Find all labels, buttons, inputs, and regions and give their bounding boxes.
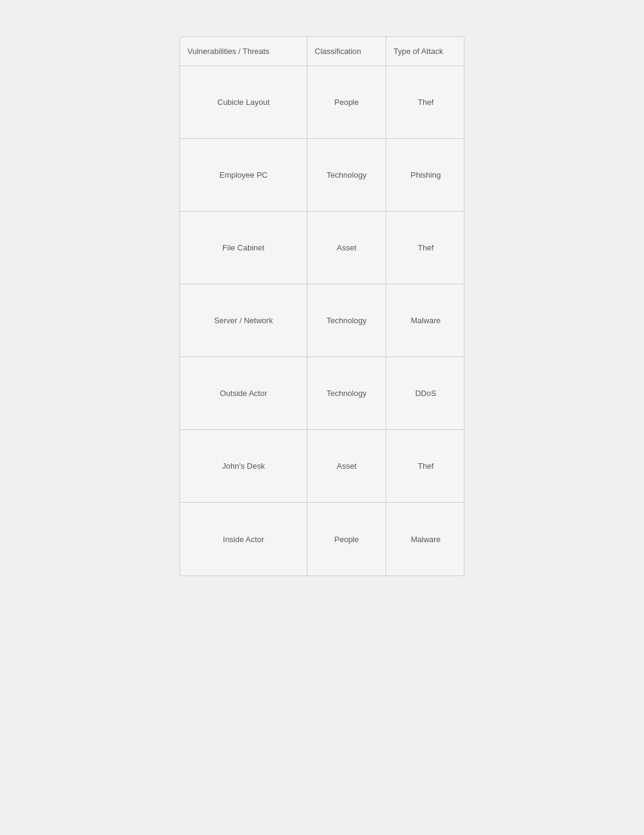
classification-cell: Technology [307, 284, 386, 357]
vulnerability-cell: John's Desk [180, 430, 307, 502]
attack-type-cell: Thef [386, 66, 465, 138]
attack-type-cell: Thef [386, 212, 465, 284]
table-row: File CabinetAssetThef [180, 212, 464, 284]
vulnerability-cell: Employee PC [180, 139, 307, 211]
vulnerability-cell: Outside Actor [180, 357, 307, 429]
vulnerability-cell: File Cabinet [180, 212, 307, 284]
attack-type-cell: Phishing [386, 139, 465, 211]
attack-type-cell: Malware [386, 284, 465, 357]
vulnerability-cell: Inside Actor [180, 503, 307, 575]
vulnerabilities-table: Vulnerabilities / Threats Classification… [179, 36, 465, 576]
header-classification: Classification [307, 37, 386, 65]
attack-type-cell: DDoS [386, 357, 465, 429]
classification-cell: Asset [307, 212, 386, 284]
table-row: Cubicle LayoutPeopleThef [180, 66, 464, 139]
vulnerability-cell: Cubicle Layout [180, 66, 307, 138]
classification-cell: Technology [307, 139, 386, 211]
table-row: Inside ActorPeopleMalware [180, 503, 464, 575]
header-vulnerabilities: Vulnerabilities / Threats [180, 37, 307, 65]
table-row: Outside ActorTechnologyDDoS [180, 357, 464, 430]
vulnerability-cell: Server / Network [180, 284, 307, 357]
table-header: Vulnerabilities / Threats Classification… [180, 37, 464, 66]
classification-cell: People [307, 66, 386, 138]
table-row: Server / NetworkTechnologyMalware [180, 284, 464, 357]
table-row: John's DeskAssetThef [180, 430, 464, 503]
table-row: Employee PCTechnologyPhishing [180, 139, 464, 212]
table-body: Cubicle LayoutPeopleThefEmployee PCTechn… [180, 66, 464, 575]
header-attack-type: Type of Attack [386, 37, 465, 65]
classification-cell: Asset [307, 430, 386, 502]
classification-cell: Technology [307, 357, 386, 429]
attack-type-cell: Malware [386, 503, 465, 575]
classification-cell: People [307, 503, 386, 575]
attack-type-cell: Thef [386, 430, 465, 502]
